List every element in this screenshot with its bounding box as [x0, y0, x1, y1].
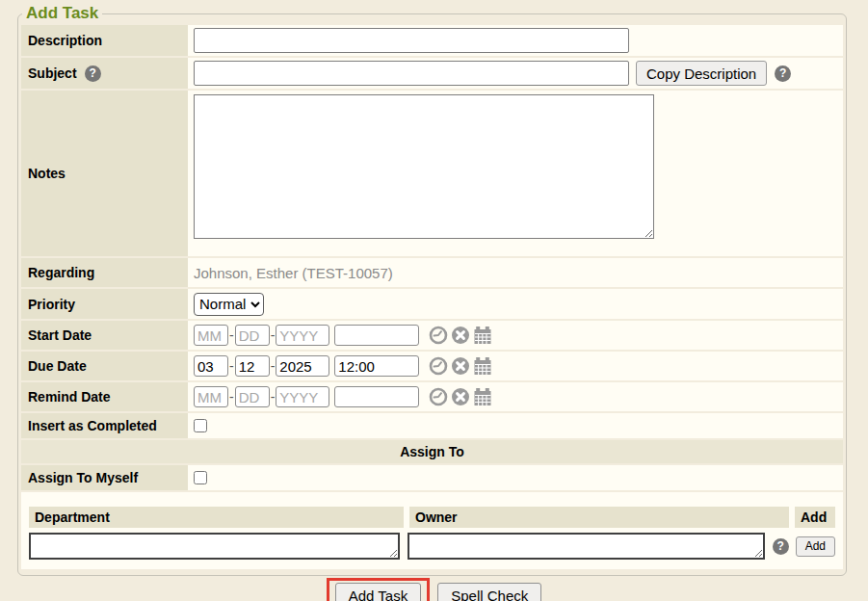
remind-date-label: Remind Date — [21, 382, 188, 411]
footer-button-bar: Add Task Spell Check — [0, 578, 868, 601]
subject-input[interactable] — [194, 61, 629, 86]
owner-lookup-input[interactable] — [408, 533, 765, 560]
insert-as-completed-label: Insert as Completed — [21, 413, 188, 438]
help-icon[interactable]: ? — [773, 538, 789, 555]
help-icon[interactable]: ? — [775, 65, 791, 82]
clear-icon[interactable] — [451, 326, 470, 345]
add-task-button[interactable]: Add Task — [335, 583, 421, 601]
department-column-header: Department — [29, 507, 404, 528]
regarding-value: Johnson, Esther (TEST-10057) — [194, 265, 393, 281]
annotation-highlight: Add Task — [327, 578, 430, 601]
remind-date-day-input[interactable] — [235, 386, 270, 407]
insert-as-completed-checkbox[interactable] — [194, 419, 207, 432]
calendar-icon[interactable] — [473, 356, 492, 376]
notes-label: Notes — [21, 91, 188, 256]
clock-icon[interactable] — [429, 326, 448, 345]
add-task-form: Add Task Description Subject ? Copy Desc… — [17, 4, 847, 576]
description-label: Description — [21, 25, 188, 56]
start-date-month-input[interactable] — [194, 325, 228, 346]
remind-date-row: Remind Date - - — [21, 382, 843, 411]
clock-icon[interactable] — [429, 387, 448, 406]
date-separator: - — [271, 327, 276, 343]
priority-label: Priority — [21, 289, 188, 319]
insert-as-completed-row: Insert as Completed — [21, 413, 843, 438]
start-date-time-input[interactable] — [334, 325, 419, 346]
description-input[interactable] — [194, 28, 629, 53]
calendar-icon[interactable] — [473, 326, 492, 345]
clear-icon[interactable] — [451, 356, 470, 376]
due-date-row: Due Date - - — [21, 352, 843, 380]
calendar-icon[interactable] — [473, 387, 492, 406]
due-date-day-input[interactable] — [235, 355, 270, 377]
start-date-label: Start Date — [21, 321, 188, 350]
start-date-day-input[interactable] — [235, 325, 270, 346]
add-assignment-button[interactable]: Add — [796, 536, 835, 557]
remind-date-year-input[interactable] — [276, 386, 329, 407]
subject-row: Subject ? Copy Description ? — [21, 58, 843, 89]
priority-select[interactable]: Normal — [194, 293, 264, 316]
remind-date-month-input[interactable] — [194, 386, 228, 407]
add-column-header: Add — [795, 507, 835, 528]
assign-to-section-header: Assign To — [21, 440, 843, 463]
assign-table: Department Owner Add ? Add — [21, 492, 843, 569]
due-date-month-input[interactable] — [194, 355, 228, 377]
due-date-label: Due Date — [21, 352, 188, 380]
clear-icon[interactable] — [451, 387, 470, 406]
date-separator: - — [271, 358, 276, 374]
due-date-year-input[interactable] — [276, 355, 329, 377]
start-date-year-input[interactable] — [276, 325, 329, 346]
spell-check-button[interactable]: Spell Check — [437, 583, 541, 601]
due-date-time-input[interactable] — [334, 355, 419, 377]
clock-icon[interactable] — [429, 356, 448, 376]
help-icon[interactable]: ? — [85, 65, 101, 82]
department-lookup-input[interactable] — [29, 533, 400, 560]
subject-label: Subject — [28, 65, 77, 81]
date-separator: - — [271, 389, 276, 405]
notes-row: Notes — [21, 91, 843, 256]
copy-description-button[interactable]: Copy Description — [636, 61, 767, 86]
date-separator: - — [229, 327, 234, 343]
start-date-row: Start Date - - — [21, 321, 843, 350]
notes-textarea[interactable] — [194, 94, 654, 239]
regarding-label: Regarding — [21, 258, 188, 287]
assign-table-row: ? Add — [29, 528, 835, 563]
remind-date-time-input[interactable] — [334, 386, 419, 407]
regarding-row: Regarding Johnson, Esther (TEST-10057) — [21, 258, 843, 287]
form-title: Add Task — [22, 4, 102, 23]
assign-to-myself-checkbox[interactable] — [194, 471, 207, 484]
description-row: Description — [21, 25, 843, 56]
date-separator: - — [229, 389, 234, 405]
date-separator: - — [229, 358, 234, 374]
assign-to-myself-row: Assign To Myself — [21, 465, 843, 490]
priority-row: Priority Normal — [21, 289, 843, 319]
assign-to-myself-label: Assign To Myself — [21, 465, 188, 490]
owner-column-header: Owner — [409, 507, 789, 528]
